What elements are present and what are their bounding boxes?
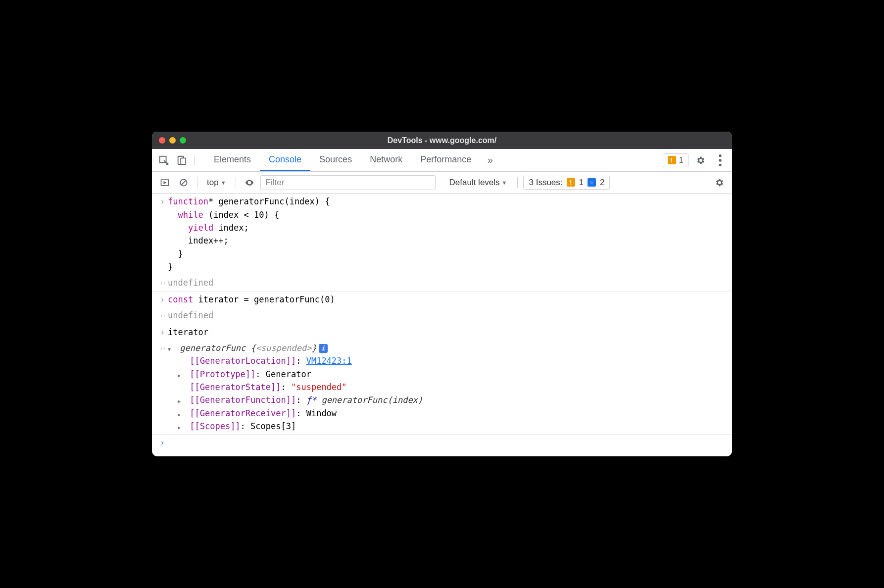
warning-icon: ! bbox=[567, 178, 575, 187]
console-row: undefined bbox=[152, 307, 732, 324]
property-key: [[Scopes]] bbox=[190, 421, 240, 431]
settings-gear-icon[interactable] bbox=[692, 152, 708, 168]
kebab-menu-icon[interactable] bbox=[712, 152, 728, 168]
warning-count: 1 bbox=[679, 155, 684, 165]
object-property-row[interactable]: [[GeneratorReceiver]]: Window bbox=[168, 408, 337, 418]
console-row: undefined bbox=[152, 275, 732, 291]
svg-point-3 bbox=[719, 154, 721, 157]
tab-sources[interactable]: Sources bbox=[310, 149, 361, 171]
window-title: DevTools - www.google.com/ bbox=[152, 136, 732, 145]
object-property-row[interactable]: [[Scopes]]: Scopes[3] bbox=[168, 421, 296, 431]
property-key: [[Prototype]] bbox=[190, 369, 255, 379]
chevron-down-icon: ▼ bbox=[502, 180, 507, 186]
input-chevron-icon bbox=[157, 293, 168, 306]
log-content[interactable]: const iterator = generatorFunc(0) bbox=[168, 293, 727, 306]
traffic-lights bbox=[159, 137, 186, 144]
divider bbox=[197, 177, 197, 188]
console-prompt-input[interactable] bbox=[168, 436, 727, 449]
property-key: [[GeneratorReceiver]] bbox=[190, 408, 296, 418]
input-chevron-icon bbox=[157, 326, 168, 339]
console-toolbar: top ▼ Default levels ▼ 3 Issues: ! 1 ≡ 2 bbox=[152, 172, 732, 194]
divider bbox=[236, 177, 236, 188]
undefined-value: undefined bbox=[168, 278, 213, 288]
console-row bbox=[152, 435, 732, 456]
info-icon[interactable]: i bbox=[319, 344, 328, 353]
issues-badge[interactable]: 3 Issues: ! 1 ≡ 2 bbox=[523, 176, 610, 190]
object-summary[interactable]: generatorFunc bbox=[180, 343, 250, 353]
property-key: [[GeneratorFunction]] bbox=[190, 395, 296, 405]
clear-console-icon[interactable] bbox=[176, 175, 192, 191]
object-property-row[interactable]: [[GeneratorState]]: "suspended" bbox=[168, 382, 347, 392]
log-content[interactable]: iterator bbox=[168, 326, 727, 339]
devtools-window: DevTools - www.google.com/ Elements Cons… bbox=[152, 132, 732, 456]
info-icon: ≡ bbox=[588, 178, 596, 187]
console-row: iterator bbox=[152, 324, 732, 340]
console-settings-gear-icon[interactable] bbox=[711, 175, 727, 191]
issues-warn-count: 1 bbox=[579, 178, 584, 188]
log-content[interactable]: function* generatorFunc(index) { while (… bbox=[168, 195, 727, 273]
output-chevron-icon bbox=[157, 309, 168, 322]
issues-label: 3 Issues: bbox=[529, 178, 562, 188]
warnings-badge[interactable]: ! 1 bbox=[663, 153, 688, 167]
expand-toggle-icon[interactable] bbox=[178, 371, 185, 380]
property-value: "suspended" bbox=[291, 382, 347, 392]
expand-toggle-icon[interactable] bbox=[178, 423, 185, 432]
object-property-row[interactable]: [[GeneratorLocation]]: VM12423:1 bbox=[168, 356, 352, 366]
divider bbox=[517, 177, 518, 188]
expand-toggle-icon[interactable] bbox=[178, 396, 185, 406]
warning-icon: ! bbox=[668, 156, 676, 164]
tabs-bar: Elements Console Sources Network Perform… bbox=[152, 149, 732, 172]
expand-toggle-icon[interactable] bbox=[178, 410, 185, 419]
property-value: Generator bbox=[266, 369, 311, 379]
output-chevron-icon bbox=[157, 276, 168, 289]
property-key: [[GeneratorLocation]] bbox=[190, 356, 296, 366]
device-toolbar-icon[interactable] bbox=[174, 152, 190, 168]
console-row: function* generatorFunc(index) { while (… bbox=[152, 194, 732, 275]
undefined-value: undefined bbox=[168, 310, 213, 320]
output-chevron-icon bbox=[157, 342, 168, 433]
live-expression-icon[interactable] bbox=[242, 175, 257, 191]
log-content[interactable]: undefined bbox=[168, 309, 727, 322]
log-content[interactable]: undefined bbox=[168, 276, 727, 289]
object-property-row[interactable]: [[GeneratorFunction]]: ƒ* generatorFunc(… bbox=[168, 395, 423, 405]
titlebar: DevTools - www.google.com/ bbox=[152, 132, 732, 149]
inspect-element-icon[interactable] bbox=[156, 152, 172, 168]
context-label: top bbox=[207, 178, 219, 188]
tab-console[interactable]: Console bbox=[260, 149, 310, 171]
expand-toggle-icon[interactable] bbox=[168, 344, 175, 354]
svg-point-5 bbox=[719, 164, 721, 166]
property-key: [[GeneratorState]] bbox=[190, 382, 281, 392]
log-levels-select[interactable]: Default levels ▼ bbox=[444, 176, 512, 189]
context-select[interactable]: top ▼ bbox=[203, 176, 230, 189]
object-property-row[interactable]: [[Prototype]]: Generator bbox=[168, 369, 311, 379]
property-value[interactable]: VM12423:1 bbox=[306, 356, 352, 366]
console-output: function* generatorFunc(index) { while (… bbox=[152, 194, 732, 456]
property-value: ƒ* generatorFunc(index) bbox=[306, 395, 423, 405]
levels-label: Default levels bbox=[449, 178, 500, 188]
svg-point-4 bbox=[719, 159, 721, 161]
svg-rect-2 bbox=[181, 158, 186, 164]
console-row: generatorFunc {<suspended>}i [[Generator… bbox=[152, 340, 732, 435]
maximize-window-button[interactable] bbox=[180, 137, 186, 144]
log-content[interactable]: generatorFunc {<suspended>}i [[Generator… bbox=[168, 342, 727, 433]
more-tabs-icon[interactable]: » bbox=[482, 154, 498, 166]
tabs-list: Elements Console Sources Network Perform… bbox=[205, 149, 480, 171]
property-value: Scopes[3] bbox=[250, 421, 296, 431]
tab-network[interactable]: Network bbox=[361, 149, 411, 171]
divider bbox=[194, 155, 195, 166]
minimize-window-button[interactable] bbox=[169, 137, 176, 144]
tab-elements[interactable]: Elements bbox=[205, 149, 260, 171]
close-window-button[interactable] bbox=[159, 137, 165, 144]
sidebar-toggle-icon[interactable] bbox=[157, 175, 173, 191]
input-chevron-icon bbox=[157, 195, 168, 273]
tab-performance[interactable]: Performance bbox=[411, 149, 480, 171]
console-row: const iterator = generatorFunc(0) bbox=[152, 292, 732, 307]
issues-info-count: 2 bbox=[600, 178, 604, 188]
prompt-chevron-icon bbox=[157, 436, 168, 449]
property-value: Window bbox=[306, 408, 337, 418]
chevron-down-icon: ▼ bbox=[221, 180, 226, 186]
filter-input[interactable] bbox=[260, 175, 436, 190]
